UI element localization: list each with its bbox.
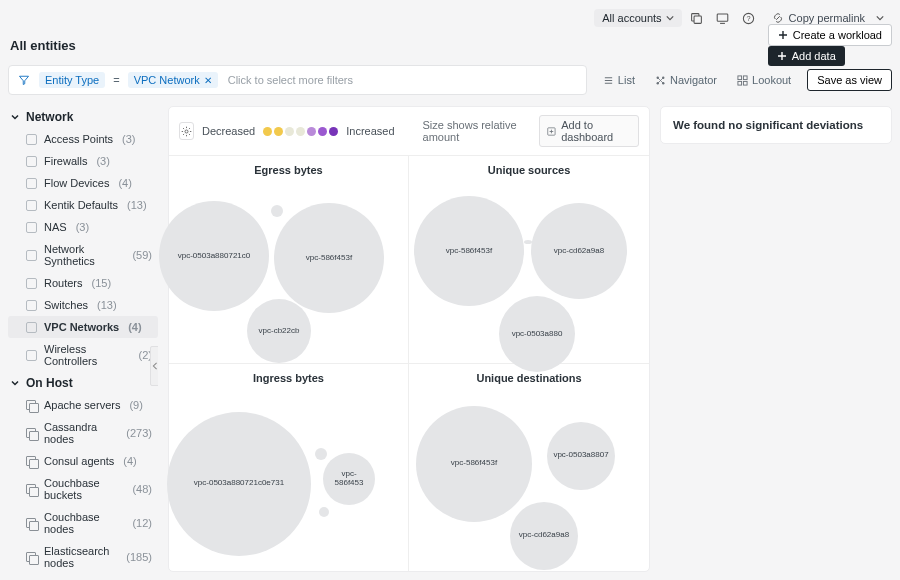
add-data-button[interactable]: Add data <box>768 46 845 66</box>
viz-bubble[interactable] <box>271 205 283 217</box>
viz-bubble[interactable]: vpc-586f453f <box>414 196 524 306</box>
view-navigator-label: Navigator <box>670 74 717 86</box>
viz-bubble[interactable]: vpc-586f453f <box>274 203 384 313</box>
checkbox-icon <box>26 300 37 311</box>
chevron-down-icon <box>876 14 884 22</box>
sidebar-item-label: Routers <box>44 277 83 289</box>
add-to-dashboard-label: Add to dashboard <box>561 119 631 143</box>
accounts-label: All accounts <box>602 12 661 24</box>
sidebar-group-header[interactable]: Network <box>8 106 158 128</box>
sidebar-group-label: Network <box>26 110 73 124</box>
checkbox-icon <box>26 200 37 211</box>
sidebar-item-label: VPC Networks <box>44 321 119 333</box>
viz-bubble[interactable]: vpc-cd62a9a8 <box>510 502 578 570</box>
checkbox-icon <box>26 178 37 189</box>
help-icon[interactable]: ? <box>738 7 760 29</box>
sidebar-item-count: (59) <box>132 249 152 261</box>
settings-button[interactable] <box>179 122 194 140</box>
stack-icon <box>26 484 37 495</box>
sidebar-item-label: Apache servers <box>44 399 120 411</box>
legend-dot <box>318 127 327 136</box>
filter-chip-op: = <box>111 74 121 86</box>
sidebar-item-label: Couchbase buckets <box>44 477 123 501</box>
sidebar-item-label: Consul agents <box>44 455 114 467</box>
viz-bubble[interactable]: vpc-0503a880721c0e731 <box>167 412 311 556</box>
sidebar-item-label: Wireless Controllers <box>44 343 130 367</box>
viz-bubble[interactable]: vpc-586f453 <box>323 453 375 505</box>
stack-icon <box>26 428 37 439</box>
checkbox-icon <box>26 350 37 361</box>
legend-decreased-label: Decreased <box>202 125 255 137</box>
chevron-left-icon <box>152 362 158 370</box>
filter-chip-remove-icon[interactable]: ✕ <box>204 75 212 86</box>
viz-bubble[interactable]: vpc-0503a8807 <box>547 422 615 490</box>
tv-icon[interactable] <box>712 7 734 29</box>
sidebar-item[interactable]: NAS(3) <box>8 216 158 238</box>
filter-placeholder[interactable]: Click to select more filters <box>228 74 580 86</box>
legend-scale <box>263 127 338 136</box>
legend-increased-label: Increased <box>346 125 394 137</box>
add-to-dashboard-button[interactable]: Add to dashboard <box>539 115 639 147</box>
viz-bubble[interactable] <box>524 240 532 244</box>
sidebar-item[interactable]: Access Points(3) <box>8 128 158 150</box>
view-list-label: List <box>618 74 635 86</box>
viz-bubble[interactable]: vpc-0503a880 <box>499 296 575 372</box>
sidebar-group-label: On Host <box>26 376 73 390</box>
sidebar-item[interactable]: Couchbase buckets(48) <box>8 472 158 506</box>
svg-rect-12 <box>738 81 742 85</box>
viz-cell: Unique sourcesvpc-586f453fvpc-cd62a9a8vp… <box>409 156 649 364</box>
sidebar-item[interactable]: VPC Networks(4) <box>8 316 158 338</box>
viz-bubble[interactable]: vpc-cb22cb <box>247 299 311 363</box>
copy-permalink-label: Copy permalink <box>789 12 865 24</box>
sidebar-item[interactable]: Consul agents(4) <box>8 450 158 472</box>
viz-bubble[interactable] <box>315 448 327 460</box>
sidebar-item[interactable]: Switches(13) <box>8 294 158 316</box>
view-navigator-button[interactable]: Navigator <box>647 70 725 90</box>
legend-dot <box>263 127 272 136</box>
sidebar-item[interactable]: Apache servers(9) <box>8 394 158 416</box>
legend-dot <box>307 127 316 136</box>
viz-cell: Ingress bytesvpc-0503a880721c0e731vpc-58… <box>169 364 409 572</box>
checkbox-icon <box>26 322 37 333</box>
filter-bar[interactable]: Entity Type = VPC Network ✕ Click to sel… <box>8 65 587 95</box>
viz-cell: Egress bytesvpc-0503a880721c0vpc-586f453… <box>169 156 409 364</box>
sidebar-item[interactable]: Network Synthetics(59) <box>8 238 158 272</box>
view-list-button[interactable]: List <box>595 70 643 90</box>
sidebar-item-count: (4) <box>118 177 131 189</box>
size-note: Size shows relative amount <box>423 119 532 143</box>
accounts-dropdown[interactable]: All accounts <box>594 9 681 27</box>
filter-chip-key-label: Entity Type <box>45 74 99 86</box>
checkbox-icon <box>26 156 37 167</box>
sidebar-item[interactable]: Elasticsearch nodes(185) <box>8 540 158 572</box>
sidebar-item-count: (9) <box>129 399 142 411</box>
create-workload-button[interactable]: Create a workload <box>768 24 892 46</box>
sidebar-group-header[interactable]: On Host <box>8 372 158 394</box>
sidebar-item-label: Kentik Defaults <box>44 199 118 211</box>
viz-bubble[interactable] <box>319 507 329 517</box>
chevron-down-icon <box>666 14 674 22</box>
sidebar-item[interactable]: Wireless Controllers(2) <box>8 338 158 372</box>
save-as-view-button[interactable]: Save as view <box>807 69 892 91</box>
sidebar-item[interactable]: Couchbase nodes(12) <box>8 506 158 540</box>
sidebar-item[interactable]: Flow Devices(4) <box>8 172 158 194</box>
viz-bubble[interactable]: vpc-586f453f <box>416 406 532 522</box>
chevron-down-icon <box>10 378 20 388</box>
viz-cell-title: Egress bytes <box>169 156 408 176</box>
filter-chip-value[interactable]: VPC Network ✕ <box>128 72 218 88</box>
chevron-down-icon <box>10 112 20 122</box>
viz-cell: Unique destinationsvpc-586f453fvpc-0503a… <box>409 364 649 572</box>
sidebar-item-count: (185) <box>126 551 152 563</box>
viz-bubble[interactable]: vpc-0503a880721c0 <box>159 201 269 311</box>
filter-chip-key[interactable]: Entity Type <box>39 72 105 88</box>
sidebar-item-count: (15) <box>92 277 112 289</box>
checkbox-icon <box>26 222 37 233</box>
view-lookout-button[interactable]: Lookout <box>729 70 799 90</box>
sidebar-item[interactable]: Kentik Defaults(13) <box>8 194 158 216</box>
sidebar-item[interactable]: Cassandra nodes(273) <box>8 416 158 450</box>
viz-bubble[interactable]: vpc-cd62a9a8 <box>531 203 627 299</box>
sidebar-item[interactable]: Routers(15) <box>8 272 158 294</box>
sidebar-item[interactable]: Firewalls(3) <box>8 150 158 172</box>
share-icon[interactable] <box>686 7 708 29</box>
sidebar-item-count: (12) <box>132 517 152 529</box>
sidebar-collapse-handle[interactable] <box>150 346 158 386</box>
